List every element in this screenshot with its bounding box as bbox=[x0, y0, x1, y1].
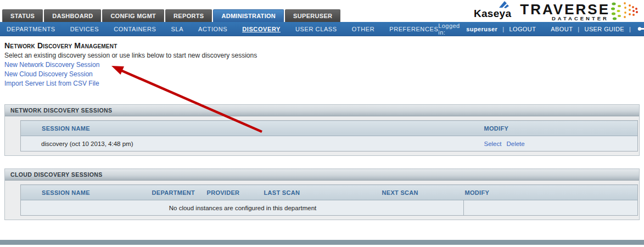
nav-item-discovery[interactable]: DISCOVERY bbox=[242, 26, 281, 32]
logout-link[interactable]: LOGOUT bbox=[509, 26, 536, 32]
kaseya-wordmark: Kaseya bbox=[474, 8, 511, 20]
nav-item-preferences[interactable]: PREFERENCES bbox=[389, 26, 438, 32]
brand-logo: Kaseya TRAVERSE DATACENTER bbox=[474, 1, 640, 21]
cloud-sessions-panel-title: CLOUD DISCOVERY SESSIONS bbox=[5, 169, 639, 181]
empty-row-message: No cloud instances are configured in thi… bbox=[21, 200, 464, 216]
separator: | bbox=[578, 26, 579, 32]
traverse-wordmark: TRAVERSE bbox=[520, 3, 610, 16]
column-header-next-scan: NEXT SCAN bbox=[381, 185, 464, 200]
column-header-modify: MODIFY bbox=[464, 185, 638, 200]
datacenter-wordmark: DATACENTER bbox=[520, 15, 610, 21]
network-sessions-panel-title: NETWORK DISCOVERY SESSIONS bbox=[5, 105, 639, 116]
main-nav: DEPARTMENTS DEVICES CONTAINERS SLA ACTIO… bbox=[0, 22, 644, 36]
tab-dashboard[interactable]: DASHBOARD bbox=[44, 9, 101, 22]
link-import-server-list-csv[interactable]: Import Server List from CSV File bbox=[4, 79, 640, 88]
nav-item-devices[interactable]: DEVICES bbox=[70, 26, 99, 32]
about-link[interactable]: ABOUT bbox=[551, 26, 573, 32]
tab-administration[interactable]: ADMINISTRATION bbox=[213, 9, 284, 22]
username: superuser bbox=[466, 26, 497, 32]
kaseya-mark-icon bbox=[498, 1, 510, 8]
separator: | bbox=[502, 26, 504, 32]
tab-superuser[interactable]: SUPERUSER bbox=[285, 9, 340, 22]
main-content: Network Discovery Management Select an e… bbox=[0, 36, 644, 220]
column-header-modify: MODIFY bbox=[483, 121, 638, 136]
key-icon[interactable] bbox=[637, 26, 644, 32]
network-discovery-sessions-panel: NETWORK DISCOVERY SESSIONS SESSION NAME … bbox=[4, 104, 640, 156]
nav-item-other[interactable]: OTHER bbox=[352, 26, 375, 32]
cloud-sessions-table: SESSION NAME DEPARTMENT PROVIDER LAST SC… bbox=[20, 184, 638, 216]
session-name-cell: discovery (oct 10 2013, 4:48 pm) bbox=[21, 136, 483, 151]
traverse-logo-dots-icon bbox=[611, 1, 640, 21]
page-title: Network Discovery Management bbox=[4, 41, 640, 50]
nav-item-sla[interactable]: SLA bbox=[171, 26, 184, 32]
cloud-discovery-sessions-panel: CLOUD DISCOVERY SESSIONS SESSION NAME DE… bbox=[4, 169, 640, 220]
modify-cell: SelectDelete bbox=[483, 136, 638, 151]
delete-link[interactable]: Delete bbox=[506, 141, 524, 147]
column-header-department: DEPARTMENT bbox=[151, 185, 206, 200]
column-header-session-name: SESSION NAME bbox=[21, 121, 483, 136]
network-sessions-table: SESSION NAME MODIFY discovery (oct 10 20… bbox=[20, 120, 638, 151]
quick-links: New Network Discovery Session New Cloud … bbox=[4, 60, 640, 88]
header: STATUS DASHBOARD CONFIG MGMT REPORTS ADM… bbox=[0, 0, 644, 22]
logged-in-label: Logged in: bbox=[438, 23, 461, 36]
separator: | bbox=[629, 26, 631, 32]
nav-item-actions[interactable]: ACTIONS bbox=[198, 26, 227, 32]
empty-modify-cell bbox=[464, 200, 638, 216]
table-row: No cloud instances are configured in thi… bbox=[21, 200, 638, 216]
kaseya-logo: Kaseya bbox=[474, 1, 511, 20]
user-guide-link[interactable]: USER GUIDE bbox=[585, 26, 624, 32]
nav-item-user-class[interactable]: USER CLASS bbox=[295, 26, 337, 32]
bottom-bar bbox=[0, 240, 644, 245]
select-link[interactable]: Select bbox=[484, 141, 502, 147]
traverse-logo: TRAVERSE DATACENTER bbox=[520, 1, 640, 21]
tab-bar: STATUS DASHBOARD CONFIG MGMT REPORTS ADM… bbox=[2, 9, 340, 22]
column-header-provider: PROVIDER bbox=[206, 185, 263, 200]
column-header-last-scan: LAST SCAN bbox=[263, 185, 381, 200]
table-row: discovery (oct 10 2013, 4:48 pm) SelectD… bbox=[21, 136, 638, 151]
link-new-network-discovery-session[interactable]: New Network Discovery Session bbox=[4, 60, 640, 70]
column-header-session-name: SESSION NAME bbox=[21, 185, 151, 200]
tab-config-mgmt[interactable]: CONFIG MGMT bbox=[102, 9, 164, 22]
nav-item-containers[interactable]: CONTAINERS bbox=[114, 26, 156, 32]
link-new-cloud-discovery-session[interactable]: New Cloud Discovery Session bbox=[4, 70, 640, 79]
tab-reports[interactable]: REPORTS bbox=[165, 9, 212, 22]
nav-item-departments[interactable]: DEPARTMENTS bbox=[7, 26, 55, 32]
page-subtitle: Select an existing discovery session or … bbox=[4, 52, 640, 59]
tab-status[interactable]: STATUS bbox=[2, 9, 43, 22]
